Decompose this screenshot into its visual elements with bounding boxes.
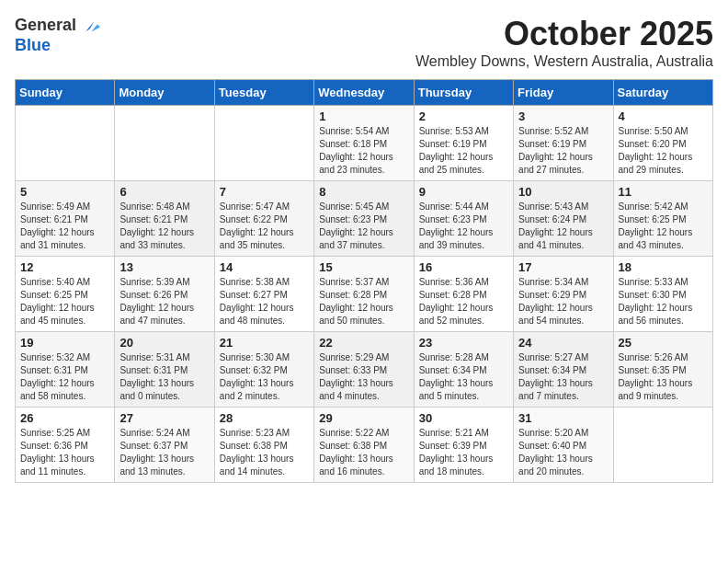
- day-number: 3: [518, 109, 608, 123]
- logo-icon: [78, 15, 100, 37]
- cell-1-6: 11Sunrise: 5:42 AM Sunset: 6:25 PM Dayli…: [613, 181, 712, 257]
- cell-1-0: 5Sunrise: 5:49 AM Sunset: 6:21 PM Daylig…: [16, 181, 115, 257]
- logo-general: General: [15, 17, 76, 35]
- day-info: Sunrise: 5:27 AM Sunset: 6:34 PM Dayligh…: [518, 351, 608, 403]
- cell-1-2: 7Sunrise: 5:47 AM Sunset: 6:22 PM Daylig…: [214, 181, 313, 257]
- cell-0-2: [214, 106, 313, 181]
- day-number: 23: [419, 336, 508, 350]
- day-info: Sunrise: 5:22 AM Sunset: 6:38 PM Dayligh…: [319, 427, 408, 478]
- month-title: October 2025: [415, 15, 713, 53]
- day-number: 9: [419, 185, 508, 199]
- cell-3-3: 22Sunrise: 5:29 AM Sunset: 6:33 PM Dayli…: [314, 332, 414, 408]
- day-info: Sunrise: 5:30 AM Sunset: 6:32 PM Dayligh…: [220, 351, 309, 403]
- day-info: Sunrise: 5:50 AM Sunset: 6:20 PM Dayligh…: [619, 125, 708, 177]
- day-info: Sunrise: 5:40 AM Sunset: 6:25 PM Dayligh…: [20, 276, 109, 327]
- cell-2-6: 18Sunrise: 5:33 AM Sunset: 6:30 PM Dayli…: [613, 257, 712, 332]
- cell-3-0: 19Sunrise: 5:32 AM Sunset: 6:31 PM Dayli…: [16, 332, 115, 408]
- cell-2-0: 12Sunrise: 5:40 AM Sunset: 6:25 PM Dayli…: [16, 257, 115, 332]
- week-row-2: 12Sunrise: 5:40 AM Sunset: 6:25 PM Dayli…: [16, 257, 713, 332]
- day-info: Sunrise: 5:31 AM Sunset: 6:31 PM Dayligh…: [119, 351, 209, 403]
- logo-blue: Blue: [15, 37, 51, 55]
- header-monday: Monday: [115, 80, 214, 106]
- cell-4-6: [613, 408, 712, 483]
- day-number: 8: [319, 185, 408, 199]
- week-row-3: 19Sunrise: 5:32 AM Sunset: 6:31 PM Dayli…: [16, 332, 713, 408]
- day-number: 27: [119, 411, 209, 425]
- cell-4-0: 26Sunrise: 5:25 AM Sunset: 6:36 PM Dayli…: [16, 408, 115, 483]
- day-number: 10: [518, 185, 608, 199]
- cell-0-5: 3Sunrise: 5:52 AM Sunset: 6:19 PM Daylig…: [514, 106, 613, 181]
- cell-4-5: 31Sunrise: 5:20 AM Sunset: 6:40 PM Dayli…: [514, 408, 613, 483]
- cell-1-4: 9Sunrise: 5:44 AM Sunset: 6:23 PM Daylig…: [414, 181, 513, 257]
- day-info: Sunrise: 5:20 AM Sunset: 6:40 PM Dayligh…: [518, 427, 608, 478]
- day-number: 6: [119, 185, 209, 199]
- cell-2-2: 14Sunrise: 5:38 AM Sunset: 6:27 PM Dayli…: [214, 257, 313, 332]
- cell-1-3: 8Sunrise: 5:45 AM Sunset: 6:23 PM Daylig…: [314, 181, 414, 257]
- week-row-4: 26Sunrise: 5:25 AM Sunset: 6:36 PM Dayli…: [16, 408, 713, 483]
- week-row-0: 1Sunrise: 5:54 AM Sunset: 6:18 PM Daylig…: [16, 106, 713, 181]
- cell-4-2: 28Sunrise: 5:23 AM Sunset: 6:38 PM Dayli…: [214, 408, 313, 483]
- logo: General Blue: [15, 15, 100, 55]
- location-title: Wembley Downs, Western Australia, Austra…: [415, 53, 713, 70]
- day-info: Sunrise: 5:26 AM Sunset: 6:35 PM Dayligh…: [619, 351, 708, 403]
- day-info: Sunrise: 5:34 AM Sunset: 6:29 PM Dayligh…: [518, 276, 608, 327]
- cell-2-3: 15Sunrise: 5:37 AM Sunset: 6:28 PM Dayli…: [314, 257, 414, 332]
- title-area: October 2025 Wembley Downs, Western Aust…: [415, 15, 713, 70]
- day-number: 18: [619, 260, 708, 274]
- cell-0-6: 4Sunrise: 5:50 AM Sunset: 6:20 PM Daylig…: [613, 106, 712, 181]
- day-info: Sunrise: 5:29 AM Sunset: 6:33 PM Dayligh…: [319, 351, 408, 403]
- cell-0-4: 2Sunrise: 5:53 AM Sunset: 6:19 PM Daylig…: [414, 106, 513, 181]
- day-number: 12: [20, 260, 109, 274]
- cell-3-2: 21Sunrise: 5:30 AM Sunset: 6:32 PM Dayli…: [214, 332, 313, 408]
- day-info: Sunrise: 5:48 AM Sunset: 6:21 PM Dayligh…: [119, 201, 209, 252]
- day-info: Sunrise: 5:53 AM Sunset: 6:19 PM Dayligh…: [419, 125, 508, 177]
- cell-2-4: 16Sunrise: 5:36 AM Sunset: 6:28 PM Dayli…: [414, 257, 513, 332]
- day-info: Sunrise: 5:25 AM Sunset: 6:36 PM Dayligh…: [20, 427, 109, 478]
- day-info: Sunrise: 5:49 AM Sunset: 6:21 PM Dayligh…: [20, 201, 109, 252]
- day-number: 24: [518, 336, 608, 350]
- day-number: 25: [619, 336, 708, 350]
- cell-1-5: 10Sunrise: 5:43 AM Sunset: 6:24 PM Dayli…: [514, 181, 613, 257]
- day-info: Sunrise: 5:38 AM Sunset: 6:27 PM Dayligh…: [220, 276, 309, 327]
- cell-4-4: 30Sunrise: 5:21 AM Sunset: 6:39 PM Dayli…: [414, 408, 513, 483]
- day-number: 2: [419, 109, 508, 123]
- day-number: 17: [518, 260, 608, 274]
- day-info: Sunrise: 5:44 AM Sunset: 6:23 PM Dayligh…: [419, 201, 508, 252]
- day-info: Sunrise: 5:24 AM Sunset: 6:37 PM Dayligh…: [119, 427, 209, 478]
- day-number: 30: [419, 411, 508, 425]
- header-saturday: Saturday: [613, 80, 712, 106]
- day-info: Sunrise: 5:42 AM Sunset: 6:25 PM Dayligh…: [619, 201, 708, 252]
- day-info: Sunrise: 5:37 AM Sunset: 6:28 PM Dayligh…: [319, 276, 408, 327]
- day-info: Sunrise: 5:36 AM Sunset: 6:28 PM Dayligh…: [419, 276, 508, 327]
- cell-1-1: 6Sunrise: 5:48 AM Sunset: 6:21 PM Daylig…: [115, 181, 214, 257]
- day-number: 13: [119, 260, 209, 274]
- day-number: 4: [619, 109, 708, 123]
- day-info: Sunrise: 5:47 AM Sunset: 6:22 PM Dayligh…: [220, 201, 309, 252]
- day-number: 26: [20, 411, 109, 425]
- cell-0-0: [16, 106, 115, 181]
- cell-3-5: 24Sunrise: 5:27 AM Sunset: 6:34 PM Dayli…: [514, 332, 613, 408]
- header-wednesday: Wednesday: [314, 80, 414, 106]
- cell-2-1: 13Sunrise: 5:39 AM Sunset: 6:26 PM Dayli…: [115, 257, 214, 332]
- day-info: Sunrise: 5:39 AM Sunset: 6:26 PM Dayligh…: [119, 276, 209, 327]
- day-number: 19: [20, 336, 109, 350]
- day-info: Sunrise: 5:43 AM Sunset: 6:24 PM Dayligh…: [518, 201, 608, 252]
- day-number: 22: [319, 336, 408, 350]
- calendar-table: SundayMondayTuesdayWednesdayThursdayFrid…: [15, 79, 713, 483]
- day-number: 5: [20, 185, 109, 199]
- cell-3-1: 20Sunrise: 5:31 AM Sunset: 6:31 PM Dayli…: [115, 332, 214, 408]
- header-friday: Friday: [514, 80, 613, 106]
- cell-2-5: 17Sunrise: 5:34 AM Sunset: 6:29 PM Dayli…: [514, 257, 613, 332]
- header-thursday: Thursday: [414, 80, 513, 106]
- day-number: 28: [220, 411, 309, 425]
- day-number: 31: [518, 411, 608, 425]
- svg-marker-1: [91, 24, 100, 31]
- day-info: Sunrise: 5:54 AM Sunset: 6:18 PM Dayligh…: [319, 125, 408, 177]
- day-info: Sunrise: 5:52 AM Sunset: 6:19 PM Dayligh…: [518, 125, 608, 177]
- day-number: 29: [319, 411, 408, 425]
- cell-3-6: 25Sunrise: 5:26 AM Sunset: 6:35 PM Dayli…: [613, 332, 712, 408]
- cell-4-3: 29Sunrise: 5:22 AM Sunset: 6:38 PM Dayli…: [314, 408, 414, 483]
- header-tuesday: Tuesday: [214, 80, 313, 106]
- day-number: 20: [119, 336, 209, 350]
- day-number: 11: [619, 185, 708, 199]
